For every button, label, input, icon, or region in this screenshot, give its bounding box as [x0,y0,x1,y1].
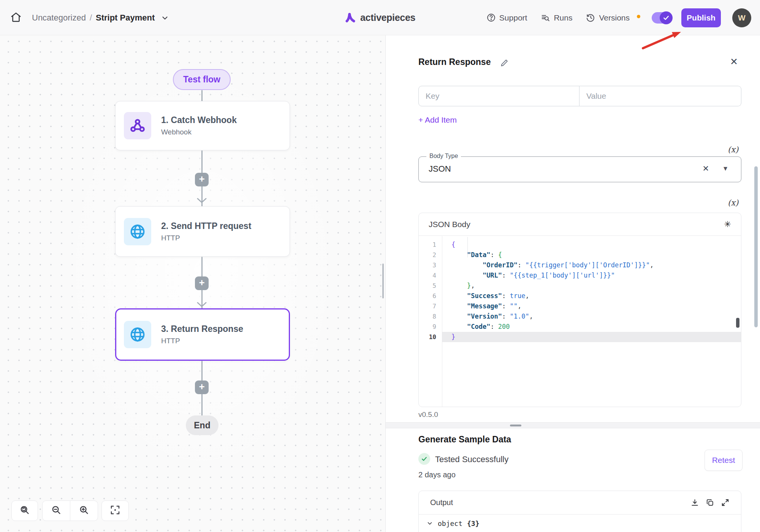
versions-label: Versions [599,13,630,22]
output-card: Output object {3} [418,491,741,532]
step-subtitle: Webhook [161,128,237,136]
value-input[interactable] [580,86,741,106]
code-lines: { "Data": { "OrderID": "{{trigger['body'… [442,236,741,407]
versions-badge-dot [637,15,640,18]
output-label: Output [430,498,453,507]
fit-to-view-button[interactable] [101,500,129,521]
webhook-icon [124,112,151,139]
code-line[interactable]: "Data": { [442,250,741,260]
fit-to-view-icon [109,504,121,517]
runs-button[interactable]: Runs [541,13,572,22]
code-editor[interactable]: 12345678910 { "Data": { "OrderID": "{{tr… [419,236,741,407]
dropdown-caret-icon[interactable]: ▾ [724,164,727,173]
insert-variable-icon[interactable]: (x) [728,145,738,154]
zoom-in-icon [78,504,90,517]
add-step-button[interactable]: + [195,276,209,290]
output-tree-row[interactable]: object {3} [419,515,741,532]
breadcrumb-separator: / [90,13,92,23]
rename-pencil-icon[interactable] [500,58,509,69]
user-avatar[interactable]: W [732,8,751,27]
code-line[interactable]: "URL": "{{step_1['body']['url']}}" [442,270,741,281]
json-body-editor: JSON Body ✳ 12345678910 { "Data": { "Ord… [418,213,741,407]
code-line[interactable]: }, [442,281,741,291]
json-body-label: JSON Body [429,220,470,229]
add-item-link[interactable]: + Add Item [418,115,457,125]
add-step-button[interactable]: + [195,380,209,394]
code-line[interactable]: "Message": "", [442,301,741,311]
flow-arrowhead-icon [196,197,207,204]
editor-scrollbar-thumb[interactable] [736,318,739,328]
insert-variable-icon[interactable]: (x) [728,198,738,207]
body-type-label: Body Type [426,153,461,159]
step-card-catch-webhook[interactable]: 1. Catch Webhook Webhook [115,101,290,150]
copy-icon[interactable] [706,498,714,507]
download-icon[interactable] [690,498,699,507]
versions-button[interactable]: Versions [586,13,640,22]
key-value-row [418,86,741,106]
add-step-button[interactable]: + [195,173,209,186]
ai-sparkle-icon[interactable]: ✳ [724,219,731,229]
header-left: Uncategorized / Stript Payment [9,0,169,35]
breadcrumb-folder[interactable]: Uncategorized [32,13,86,23]
code-line[interactable]: "OrderID": "{{trigger['body']['OrderID']… [442,260,741,270]
test-status-label: Tested Successfully [435,455,508,464]
brand-logo: activepieces [344,0,415,35]
step-settings-panel: Return Response ✕ + Add Item (x) Body Ty… [385,35,760,532]
globe-icon [124,321,151,348]
flow-connector-line [201,90,203,101]
close-panel-icon[interactable]: ✕ [730,56,738,67]
clear-selection-icon[interactable]: ✕ [702,164,709,173]
help-circle-icon [486,13,496,22]
code-line[interactable]: "Code": 200 [442,322,741,332]
zoom-out-button[interactable] [42,500,70,521]
support-label: Support [499,13,527,22]
expand-icon[interactable] [721,498,730,507]
step-card-send-http[interactable]: 2. Send HTTP request HTTP [115,206,290,257]
flow-arrowhead-icon [196,301,207,308]
panel-scrollbar-thumb[interactable] [754,166,758,327]
support-button[interactable]: Support [486,13,527,22]
tree-chevron-down-icon[interactable] [426,520,433,527]
step-card-text: 3. Return Response HTTP [161,324,243,345]
output-actions [690,498,730,507]
logo-text: activepieces [360,12,415,23]
panel-split-divider [386,422,760,428]
piece-version-label: v0.5.0 [418,410,438,419]
flow-enabled-toggle[interactable] [652,12,671,24]
zoom-in-button[interactable] [70,500,98,521]
flow-menu-chevron-down-icon[interactable] [161,14,169,22]
code-line[interactable]: } [442,332,741,342]
test-flow-button[interactable]: Test flow [173,69,231,90]
tree-node-type: object [438,519,462,527]
globe-icon [124,218,151,245]
step-subtitle: HTTP [161,337,243,345]
zoom-reset-icon [19,504,30,517]
split-drag-handle[interactable] [510,425,521,426]
breadcrumb-flow-name[interactable]: Stript Payment [96,13,155,23]
home-button[interactable] [9,11,23,25]
flow-builder-screen: Uncategorized / Stript Payment activepie… [0,0,760,532]
tree-node-count: {3} [467,519,480,527]
panel-resize-handle[interactable] [382,264,384,298]
code-line[interactable]: { [442,240,741,250]
code-line[interactable]: "Success": true, [442,291,741,301]
body-type-value: JSON [429,164,451,174]
indent-guide [467,237,468,257]
flow-canvas[interactable]: Test flow 1. Catch Webhook Webhook + 2. … [0,35,385,532]
flow-end-node: End [186,415,218,435]
zoom-button-group [42,500,98,521]
step-title: 3. Return Response [161,324,243,334]
key-input[interactable] [418,86,580,106]
body-type-select[interactable]: Body Type JSON ✕ ▾ [418,156,741,182]
runs-label: Runs [554,13,572,22]
publish-button[interactable]: Publish [681,8,721,27]
code-gutter: 12345678910 [419,236,442,407]
retest-button[interactable]: Retest [705,450,743,471]
toggle-check-icon [660,11,673,24]
step-card-return-response-selected[interactable]: 3. Return Response HTTP [115,308,290,361]
code-line[interactable]: "Version": "1.0", [442,311,741,322]
versions-history-icon [586,13,595,22]
zoom-reset-button[interactable] [11,500,38,521]
step-title: 1. Catch Webhook [161,115,237,125]
panel-title: Return Response [418,57,491,67]
